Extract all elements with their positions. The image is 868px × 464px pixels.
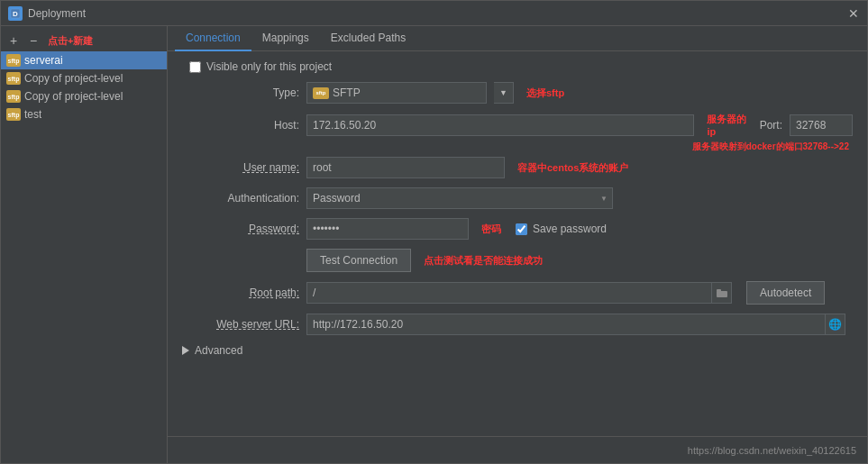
password-input[interactable] (306, 218, 469, 240)
save-password-checkbox[interactable] (516, 223, 527, 235)
root-path-row: Root path: Autodetect (182, 281, 853, 305)
footer-bar: https://blog.csdn.net/weixin_40122615 (168, 436, 867, 463)
port-input[interactable] (790, 114, 853, 136)
host-annotation: 服务器的ip (707, 113, 752, 137)
save-password-label[interactable]: Save password (533, 223, 607, 235)
username-row: User name: 容器中centos系统的账户 (182, 157, 853, 178)
root-path-wrapper (306, 282, 732, 304)
tab-excluded-paths[interactable]: Excluded Paths (320, 26, 416, 51)
sidebar-toolbar: + − 点击+新建 (1, 30, 167, 51)
deployment-window: D Deployment ✕ + − 点击+新建 sftp serverai s… (0, 0, 868, 464)
advanced-section[interactable]: Advanced (182, 344, 853, 357)
right-panel: Connection Mappings Excluded Paths Visib… (168, 26, 867, 463)
web-url-wrapper: 🌐 (306, 314, 845, 335)
test-annotation: 点击测试看是否能连接成功 (424, 254, 543, 268)
server-annotation: 服务器映射到docker的端口32768-->22 (692, 141, 849, 153)
svg-text:D: D (13, 10, 18, 18)
root-path-browse-button[interactable] (712, 282, 732, 304)
test-connection-button[interactable]: Test Connection (306, 249, 411, 272)
add-server-button[interactable]: + (5, 32, 23, 50)
svg-rect-2 (717, 291, 727, 297)
save-password-row: Save password (516, 223, 607, 235)
tab-bar: Connection Mappings Excluded Paths (168, 26, 867, 51)
sidebar-item-label-test: test (24, 108, 41, 121)
autodetect-button[interactable]: Autodetect (746, 281, 825, 305)
sftp-icon-test: sftp (6, 108, 21, 121)
sftp-type-icon: sftp (313, 87, 329, 99)
sidebar-item-label-serverai: serverai (24, 54, 63, 67)
type-annotation: 选择sftp (526, 86, 564, 100)
root-path-label: Root path: (182, 287, 299, 299)
sftp-icon-copy2: sftp (6, 90, 21, 103)
server-annotation-row: 服务器映射到docker的端口32768-->22 (182, 141, 853, 153)
type-display: sftp SFTP (306, 82, 487, 104)
web-url-label: Web server URL: (182, 318, 299, 331)
sftp-icon-copy1: sftp (6, 72, 21, 85)
type-row: Type: sftp SFTP ▼ 选择sftp (182, 82, 853, 104)
host-label: Host: (182, 119, 299, 132)
deployment-icon: D (8, 6, 23, 21)
svg-rect-3 (717, 289, 721, 292)
sftp-icon-serverai: sftp (6, 54, 21, 67)
sidebar-item-copy1[interactable]: sftp Copy of project-level (1, 69, 167, 87)
web-url-input[interactable] (306, 314, 826, 335)
password-label: Password: (182, 223, 299, 235)
type-value: SFTP (333, 86, 361, 99)
username-label: User name: (182, 161, 299, 174)
username-input[interactable] (306, 157, 505, 178)
web-url-row: Web server URL: 🌐 (182, 314, 853, 335)
web-url-browser-button[interactable]: 🌐 (826, 314, 845, 335)
auth-select-wrapper: Password Key pair (306, 187, 613, 209)
sidebar-item-label-copy1: Copy of project-level (24, 72, 123, 85)
host-row: Host: 服务器的ip Port: (182, 113, 853, 137)
visible-only-label[interactable]: Visible only for this project (206, 60, 332, 73)
password-annotation: 密码 (481, 223, 501, 236)
form-area: Visible only for this project Type: sftp… (168, 51, 867, 436)
sidebar: + − 点击+新建 sftp serverai sftp Copy of pro… (1, 26, 168, 463)
remove-server-button[interactable]: − (24, 32, 42, 50)
test-connection-row: Test Connection 点击测试看是否能连接成功 (182, 249, 853, 272)
root-path-input[interactable] (306, 282, 712, 304)
visible-only-checkbox[interactable] (189, 61, 201, 73)
type-label: Type: (182, 86, 299, 99)
visible-only-row: Visible only for this project (182, 60, 853, 73)
tab-connection[interactable]: Connection (175, 26, 251, 51)
close-button[interactable]: ✕ (847, 7, 860, 20)
advanced-label: Advanced (195, 344, 242, 357)
host-input[interactable] (306, 114, 694, 136)
auth-label: Authentication: (182, 192, 299, 205)
advanced-expand-icon (182, 346, 189, 355)
auth-row: Authentication: Password Key pair (182, 187, 853, 209)
username-annotation: 容器中centos系统的账户 (517, 161, 628, 175)
password-row: Password: 密码 Save password (182, 218, 853, 240)
port-label: Port: (760, 119, 782, 132)
title-bar: D Deployment ✕ (1, 1, 867, 26)
auth-select[interactable]: Password Key pair (306, 187, 613, 209)
sidebar-item-label-copy2: Copy of project-level (24, 90, 123, 103)
sidebar-item-copy2[interactable]: sftp Copy of project-level (1, 87, 167, 105)
sidebar-item-serverai[interactable]: sftp serverai (1, 51, 167, 69)
add-annotation: 点击+新建 (48, 34, 93, 48)
window-title: Deployment (28, 7, 86, 20)
footer-link: https://blog.csdn.net/weixin_40122615 (688, 445, 856, 456)
sidebar-item-test[interactable]: sftp test (1, 105, 167, 123)
tab-mappings[interactable]: Mappings (251, 26, 320, 51)
main-content: + − 点击+新建 sftp serverai sftp Copy of pro… (1, 26, 867, 463)
title-bar-left: D Deployment (8, 6, 86, 21)
type-dropdown-button[interactable]: ▼ (494, 82, 514, 104)
